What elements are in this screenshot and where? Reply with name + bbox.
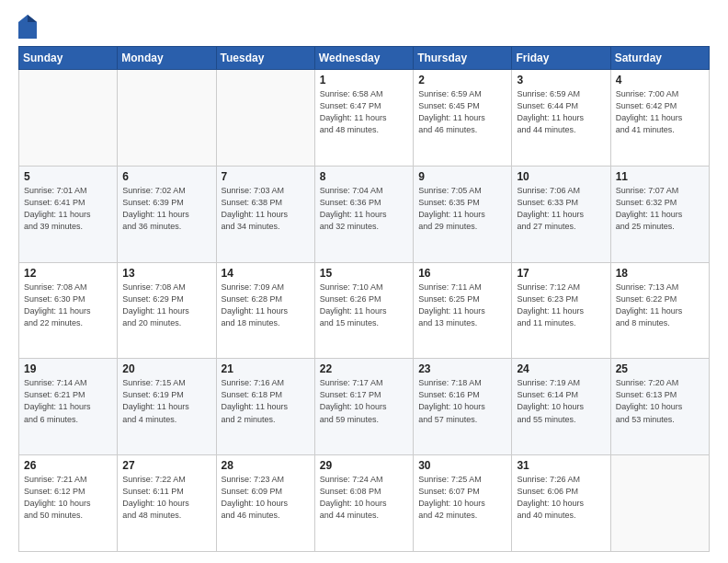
page: SundayMondayTuesdayWednesdayThursdayFrid… <box>0 0 728 563</box>
day-number: 9 <box>418 170 506 183</box>
day-number: 18 <box>616 267 704 280</box>
day-cell: 7Sunrise: 7:03 AM Sunset: 6:38 PM Daylig… <box>216 166 314 262</box>
day-cell: 20Sunrise: 7:15 AM Sunset: 6:19 PM Dayli… <box>118 359 216 455</box>
week-row-0: 1Sunrise: 6:58 AM Sunset: 6:47 PM Daylig… <box>19 70 710 167</box>
day-info: Sunrise: 7:06 AM Sunset: 6:33 PM Dayligh… <box>517 185 605 233</box>
day-info: Sunrise: 6:58 AM Sunset: 6:47 PM Dayligh… <box>320 88 408 136</box>
day-info: Sunrise: 7:09 AM Sunset: 6:28 PM Dayligh… <box>222 282 310 329</box>
day-info: Sunrise: 7:08 AM Sunset: 6:30 PM Dayligh… <box>24 282 112 329</box>
svg-marker-1 <box>28 15 37 22</box>
day-info: Sunrise: 6:59 AM Sunset: 6:45 PM Dayligh… <box>418 88 506 136</box>
day-info: Sunrise: 7:07 AM Sunset: 6:32 PM Dayligh… <box>616 185 704 233</box>
day-cell: 29Sunrise: 7:24 AM Sunset: 6:08 PM Dayli… <box>314 455 413 552</box>
day-cell: 15Sunrise: 7:10 AM Sunset: 6:26 PM Dayli… <box>314 262 413 359</box>
day-cell <box>216 70 314 167</box>
day-cell: 24Sunrise: 7:19 AM Sunset: 6:14 PM Dayli… <box>512 359 610 455</box>
day-cell: 27Sunrise: 7:22 AM Sunset: 6:11 PM Dayli… <box>118 455 216 552</box>
day-cell: 17Sunrise: 7:12 AM Sunset: 6:23 PM Dayli… <box>512 262 610 359</box>
day-number: 16 <box>418 267 506 280</box>
day-info: Sunrise: 7:12 AM Sunset: 6:23 PM Dayligh… <box>517 282 605 329</box>
day-cell: 23Sunrise: 7:18 AM Sunset: 6:16 PM Dayli… <box>414 359 512 455</box>
day-header-wednesday: Wednesday <box>314 47 413 70</box>
day-cell <box>610 455 709 552</box>
day-info: Sunrise: 7:13 AM Sunset: 6:22 PM Dayligh… <box>616 282 704 329</box>
day-info: Sunrise: 7:01 AM Sunset: 6:41 PM Dayligh… <box>24 185 112 233</box>
day-number: 15 <box>320 267 408 280</box>
day-info: Sunrise: 7:18 AM Sunset: 6:16 PM Dayligh… <box>418 377 506 425</box>
header <box>18 15 710 39</box>
day-number: 23 <box>418 362 506 375</box>
day-cell: 4Sunrise: 7:00 AM Sunset: 6:42 PM Daylig… <box>610 70 709 167</box>
day-number: 2 <box>418 74 506 86</box>
day-number: 22 <box>320 362 408 375</box>
day-info: Sunrise: 7:26 AM Sunset: 6:06 PM Dayligh… <box>517 474 605 522</box>
day-info: Sunrise: 7:10 AM Sunset: 6:26 PM Dayligh… <box>320 282 408 329</box>
day-cell: 25Sunrise: 7:20 AM Sunset: 6:13 PM Dayli… <box>610 359 709 455</box>
day-number: 6 <box>122 170 210 183</box>
week-row-1: 5Sunrise: 7:01 AM Sunset: 6:41 PM Daylig… <box>19 166 710 262</box>
day-number: 11 <box>616 170 704 183</box>
day-cell: 1Sunrise: 6:58 AM Sunset: 6:47 PM Daylig… <box>314 70 413 167</box>
day-number: 21 <box>222 362 310 375</box>
day-cell: 26Sunrise: 7:21 AM Sunset: 6:12 PM Dayli… <box>19 455 118 552</box>
day-number: 25 <box>616 362 704 375</box>
day-number: 20 <box>122 362 210 375</box>
day-cell: 22Sunrise: 7:17 AM Sunset: 6:17 PM Dayli… <box>314 359 413 455</box>
day-cell: 19Sunrise: 7:14 AM Sunset: 6:21 PM Dayli… <box>19 359 118 455</box>
day-header-friday: Friday <box>512 47 610 70</box>
day-number: 24 <box>517 362 605 375</box>
day-info: Sunrise: 7:15 AM Sunset: 6:19 PM Dayligh… <box>122 377 210 425</box>
day-info: Sunrise: 7:08 AM Sunset: 6:29 PM Dayligh… <box>122 282 210 329</box>
day-info: Sunrise: 7:04 AM Sunset: 6:36 PM Dayligh… <box>320 185 408 233</box>
day-info: Sunrise: 7:03 AM Sunset: 6:38 PM Dayligh… <box>222 185 310 233</box>
day-number: 12 <box>24 267 112 280</box>
calendar-table: SundayMondayTuesdayWednesdayThursdayFrid… <box>18 46 710 552</box>
day-number: 8 <box>320 170 408 183</box>
day-number: 1 <box>320 74 408 86</box>
day-number: 27 <box>122 459 210 472</box>
day-cell: 12Sunrise: 7:08 AM Sunset: 6:30 PM Dayli… <box>19 262 118 359</box>
day-info: Sunrise: 7:25 AM Sunset: 6:07 PM Dayligh… <box>418 474 506 522</box>
day-cell: 9Sunrise: 7:05 AM Sunset: 6:35 PM Daylig… <box>414 166 512 262</box>
day-number: 31 <box>517 459 605 472</box>
day-cell: 30Sunrise: 7:25 AM Sunset: 6:07 PM Dayli… <box>414 455 512 552</box>
day-number: 13 <box>122 267 210 280</box>
day-header-sunday: Sunday <box>19 47 118 70</box>
day-cell: 18Sunrise: 7:13 AM Sunset: 6:22 PM Dayli… <box>610 262 709 359</box>
day-cell: 28Sunrise: 7:23 AM Sunset: 6:09 PM Dayli… <box>216 455 314 552</box>
day-number: 26 <box>24 459 112 472</box>
day-header-monday: Monday <box>118 47 216 70</box>
day-number: 28 <box>222 459 310 472</box>
day-cell: 31Sunrise: 7:26 AM Sunset: 6:06 PM Dayli… <box>512 455 610 552</box>
day-number: 30 <box>418 459 506 472</box>
days-header-row: SundayMondayTuesdayWednesdayThursdayFrid… <box>19 47 710 70</box>
week-row-2: 12Sunrise: 7:08 AM Sunset: 6:30 PM Dayli… <box>19 262 710 359</box>
day-number: 7 <box>222 170 310 183</box>
day-number: 17 <box>517 267 605 280</box>
day-cell: 8Sunrise: 7:04 AM Sunset: 6:36 PM Daylig… <box>314 166 413 262</box>
day-info: Sunrise: 7:05 AM Sunset: 6:35 PM Dayligh… <box>418 185 506 233</box>
day-cell: 2Sunrise: 6:59 AM Sunset: 6:45 PM Daylig… <box>414 70 512 167</box>
day-number: 10 <box>517 170 605 183</box>
day-info: Sunrise: 7:02 AM Sunset: 6:39 PM Dayligh… <box>122 185 210 233</box>
day-info: Sunrise: 7:23 AM Sunset: 6:09 PM Dayligh… <box>222 474 310 522</box>
day-info: Sunrise: 7:19 AM Sunset: 6:14 PM Dayligh… <box>517 377 605 425</box>
day-cell <box>19 70 118 167</box>
day-cell: 14Sunrise: 7:09 AM Sunset: 6:28 PM Dayli… <box>216 262 314 359</box>
day-cell: 13Sunrise: 7:08 AM Sunset: 6:29 PM Dayli… <box>118 262 216 359</box>
day-info: Sunrise: 7:16 AM Sunset: 6:18 PM Dayligh… <box>222 377 310 425</box>
day-cell: 6Sunrise: 7:02 AM Sunset: 6:39 PM Daylig… <box>118 166 216 262</box>
day-info: Sunrise: 7:14 AM Sunset: 6:21 PM Dayligh… <box>24 377 112 425</box>
day-number: 3 <box>517 74 605 86</box>
day-header-saturday: Saturday <box>610 47 709 70</box>
logo-icon <box>18 15 37 39</box>
day-number: 14 <box>222 267 310 280</box>
day-number: 5 <box>24 170 112 183</box>
day-info: Sunrise: 7:11 AM Sunset: 6:25 PM Dayligh… <box>418 282 506 329</box>
day-cell <box>118 70 216 167</box>
day-number: 4 <box>616 74 704 86</box>
day-info: Sunrise: 7:22 AM Sunset: 6:11 PM Dayligh… <box>122 474 210 522</box>
day-info: Sunrise: 7:20 AM Sunset: 6:13 PM Dayligh… <box>616 377 704 425</box>
day-header-thursday: Thursday <box>414 47 512 70</box>
day-cell: 11Sunrise: 7:07 AM Sunset: 6:32 PM Dayli… <box>610 166 709 262</box>
